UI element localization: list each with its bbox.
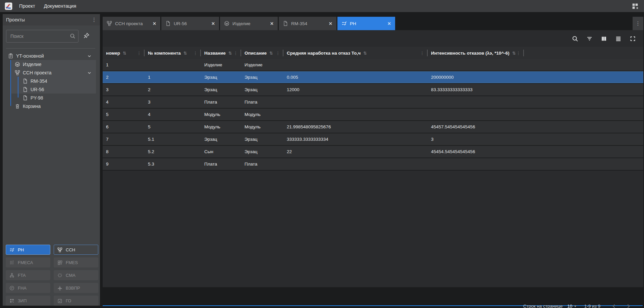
plane-icon [57,286,62,291]
tab[interactable]: ССН проекта✕ [103,17,160,30]
tree-item[interactable]: PY-98 [3,94,98,102]
module-button-зип: ЗИП [6,296,50,306]
table-row[interactable]: 54МодульМодуль [103,109,643,121]
tree-item-label: YT-основной [16,53,44,59]
chevron-down-icon[interactable] [87,70,95,75]
search-icon [70,33,75,39]
table-cell: 22 [283,146,428,158]
tab-label: Изделие [232,21,269,26]
table-cell: 8 [103,146,145,158]
fullscreen-button[interactable] [630,36,636,42]
module-button-label: FTA [18,273,26,278]
menu-item[interactable]: Проект [19,3,35,9]
tab[interactable]: RM-354✕ [279,17,336,30]
chevron-right-icon [626,303,631,308]
module-button-label: ВЗВПР [66,286,80,291]
sort-icon[interactable]: ⇅ [363,51,367,56]
tab[interactable]: Изделие✕ [220,17,278,30]
table-cell [428,158,524,170]
tab-label: UR-56 [174,21,211,26]
filter-button[interactable] [586,36,593,42]
column-header-label: Описание [245,51,267,56]
table-row[interactable]: 65МодульМодуль21.99854809582567645457.54… [103,121,643,133]
column-header[interactable]: Интенсивность отказов (λэ, *10^-6)⇅⋮ [428,47,524,59]
chevron-icon [87,54,92,59]
tab-close-icon[interactable]: ✕ [211,21,216,26]
module-buttons: РНССНFMECAFMESFTACMAFHAВЗВПРЗИПГО [6,245,98,306]
column-menu-icon[interactable]: ⋮ [516,51,521,56]
previous-page-button[interactable] [609,303,619,308]
table-cell: Эрзац [241,133,283,145]
sort-icon[interactable]: ⇅ [183,51,187,56]
table-cell [283,96,428,108]
column-header[interactable]: номер⇅⋮ [103,47,145,59]
table-cell: 5.3 [145,158,201,170]
sort-icon[interactable]: ⇅ [123,51,126,56]
tree-item-label: ССН проекта [23,70,51,75]
sphere-icon [15,62,20,67]
tab-close-icon[interactable]: ✕ [328,21,333,26]
fullscreen-icon [630,36,636,42]
table-row[interactable]: 85.2СынЭрзац2245454.545454545456 [103,146,643,158]
rows-button[interactable] [615,36,622,42]
column-menu-icon[interactable]: ⋮ [193,51,198,56]
pin-button[interactable] [83,33,90,40]
table-cell: 4 [145,109,201,120]
tab-close-icon[interactable]: ✕ [152,21,157,26]
table-row[interactable]: 1ИзделиеИзделие [103,59,643,71]
column-menu-icon[interactable]: ⋮ [276,51,280,56]
doc-icon [22,95,28,101]
doc-icon [165,21,171,26]
column-header[interactable]: Описание⇅⋮ [241,47,283,59]
table-cell: 3 [103,84,145,96]
table-cell: 333333.3333333334 [283,133,428,145]
column-header[interactable]: № компонента⇅⋮ [145,47,201,59]
rows-per-page-select[interactable]: 10 ▾ [567,304,576,308]
columns-button[interactable] [601,36,607,42]
column-menu-icon[interactable]: ⋮ [233,51,238,56]
main-content: ССН проекта✕UR-56✕Изделие✕RM-354✕РН✕ ⋮ н… [103,12,644,308]
module-button-ссн[interactable]: ССН [54,245,98,255]
table-cell-filler [524,84,643,96]
tree-item[interactable]: Изделие [3,60,98,68]
search-input[interactable] [6,30,78,43]
menu-item[interactable]: Документация [44,3,76,9]
table-row[interactable]: 21ЭрзацЭрзац0.005200000000 [103,71,643,84]
search-icon [572,36,578,42]
tab[interactable]: РН✕ [337,17,395,30]
tab[interactable]: UR-56✕ [161,17,219,30]
tree-item[interactable]: UR-56 [3,85,98,94]
tree-item[interactable]: Корзина [3,102,98,110]
tab-close-icon[interactable]: ✕ [269,21,274,26]
table-row[interactable]: 32ЭрзацЭрзац1200083.33333333333333 [103,84,643,96]
fha-icon [9,286,14,291]
chevron-icon [87,70,92,75]
table-row[interactable]: 75.1ЭрзацЭрзац333333.33333333343 [103,133,643,146]
column-header[interactable]: Название⇅⋮ [201,47,241,59]
column-header[interactable]: Средняя наработка на отказ То,ч⇅⋮ [283,47,428,59]
tree-item[interactable]: YT-основной [3,52,98,60]
tree-item[interactable]: RM-354 [3,77,98,85]
column-menu-icon[interactable]: ⋮ [420,51,424,56]
table-row[interactable]: 95.3ПлатаПлата [103,158,643,171]
tree-item[interactable]: ССН проекта [3,68,98,77]
tab-strip-menu-button[interactable]: ⋮ [633,17,643,30]
chevron-down-icon[interactable] [87,53,95,59]
table-cell: Сын [201,146,241,158]
sort-icon[interactable]: ⇅ [512,51,516,56]
projects-panel-menu-button[interactable]: ⋮ [92,17,97,23]
next-page-button[interactable] [624,303,633,308]
table-cell: Модуль [201,121,241,133]
table-cell: 5 [103,109,145,120]
add-window-button[interactable] [632,3,639,10]
tab-close-icon[interactable]: ✕ [387,21,392,26]
column-menu-icon[interactable]: ⋮ [137,51,141,56]
table-cell: 3 [145,96,201,108]
table-cell: Эрзац [241,84,283,96]
module-button-рн[interactable]: РН [6,245,50,255]
table-row[interactable]: 43ПлатаПлата [103,96,643,109]
sort-icon[interactable]: ⇅ [269,51,273,56]
search-button[interactable] [572,36,578,42]
sort-icon[interactable]: ⇅ [228,51,232,56]
table-cell: 200000000 [428,71,524,83]
